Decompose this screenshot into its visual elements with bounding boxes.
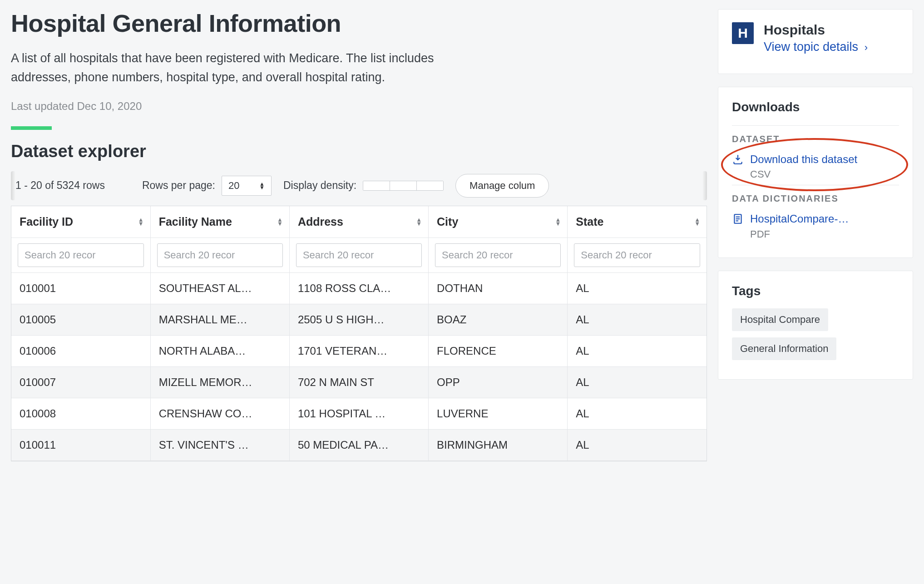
download-dataset-link[interactable]: Download this dataset	[750, 152, 899, 167]
table-cell: AL	[568, 366, 707, 398]
pagination-summary: 1 - 20 of 5324 rows	[15, 179, 105, 192]
chevron-right-icon: ›	[865, 42, 868, 53]
table-cell: 1108 ROSS CLA…	[289, 272, 428, 304]
column-search-input[interactable]	[435, 243, 561, 267]
table-cell: BOAZ	[429, 304, 568, 335]
table-cell: AL	[568, 304, 707, 335]
download-icon	[732, 153, 744, 165]
table-cell: 010006	[11, 335, 150, 366]
downloads-heading: Downloads	[732, 100, 899, 119]
density-button-group	[363, 181, 444, 191]
column-header-label: Address	[298, 215, 343, 228]
sort-icon: ▲▼	[694, 218, 700, 226]
sort-icon: ▲▼	[277, 218, 283, 226]
data-dictionary-format: PDF	[750, 228, 899, 240]
data-table-container: Facility ID▲▼Facility Name▲▼Address▲▼Cit…	[11, 206, 707, 461]
column-header[interactable]: Address▲▼	[289, 206, 428, 238]
table-cell: 1701 VETERAN…	[289, 335, 428, 366]
column-header-label: Facility ID	[20, 215, 73, 228]
download-dataset-item[interactable]: Download this dataset CSV	[732, 152, 899, 181]
table-cell: AL	[568, 429, 707, 460]
divider	[732, 125, 899, 126]
table-cell: AL	[568, 398, 707, 429]
column-search-input[interactable]	[18, 243, 144, 267]
topic-link-text: View topic details	[764, 40, 858, 54]
dictionaries-section-label: DATA DICTIONARIES	[732, 193, 899, 204]
table-cell: 50 MEDICAL PA…	[289, 429, 428, 460]
column-header[interactable]: Facility Name▲▼	[150, 206, 289, 238]
density-medium-button[interactable]	[390, 181, 417, 190]
sort-icon: ▲▼	[555, 218, 561, 226]
accent-divider	[11, 126, 52, 130]
table-row[interactable]: 010007MIZELL MEMOR…702 N MAIN STOPPAL	[11, 366, 707, 398]
table-cell: BIRMINGHAM	[429, 429, 568, 460]
topic-title: Hospitals	[764, 22, 868, 38]
table-cell: 010005	[11, 304, 150, 335]
column-search-input[interactable]	[157, 243, 283, 267]
view-topic-details-link[interactable]: View topic details ›	[764, 38, 868, 56]
table-row[interactable]: 010006NORTH ALABA…1701 VETERAN…FLORENCEA…	[11, 335, 707, 366]
data-dictionary-item[interactable]: HospitalCompare-… PDF	[732, 211, 899, 240]
column-search-input[interactable]	[296, 243, 422, 267]
table-cell: OPP	[429, 366, 568, 398]
table-row[interactable]: 010001SOUTHEAST AL…1108 ROSS CLA…DOTHANA…	[11, 272, 707, 304]
page-description: A list of all hospitals that have been r…	[11, 49, 465, 87]
column-header-label: State	[576, 215, 603, 228]
tags-card: Tags Hospital CompareGeneral Information	[718, 271, 913, 380]
page-title: Hospital General Information	[11, 9, 707, 37]
manage-columns-button[interactable]: Manage colum	[455, 174, 549, 198]
display-density-label: Display density:	[283, 179, 356, 192]
explorer-toolbar: 1 - 20 of 5324 rows Rows per page: 20 ▲▼…	[11, 174, 707, 198]
table-cell: 101 HOSPITAL …	[289, 398, 428, 429]
sort-icon: ▲▼	[416, 218, 422, 226]
density-comfortable-button[interactable]	[363, 181, 390, 190]
dataset-section-label: DATASET	[732, 134, 899, 144]
downloads-card: Downloads DATASET Download this dataset …	[718, 87, 913, 258]
density-compact-button[interactable]	[417, 181, 443, 190]
table-cell: LUVERNE	[429, 398, 568, 429]
tag[interactable]: Hospital Compare	[732, 308, 828, 331]
document-icon	[732, 213, 744, 225]
table-cell: AL	[568, 335, 707, 366]
tag[interactable]: General Information	[732, 337, 836, 360]
rows-per-page-value: 20	[228, 180, 239, 192]
table-cell: 010007	[11, 366, 150, 398]
table-row[interactable]: 010008CRENSHAW CO…101 HOSPITAL …LUVERNEA…	[11, 398, 707, 429]
table-cell: 010011	[11, 429, 150, 460]
table-cell: NORTH ALABA…	[150, 335, 289, 366]
column-header[interactable]: Facility ID▲▼	[11, 206, 150, 238]
hospital-topic-icon: H	[732, 22, 754, 44]
rows-per-page-select[interactable]: 20 ▲▼	[222, 176, 272, 196]
table-cell: CRENSHAW CO…	[150, 398, 289, 429]
table-cell: 010001	[11, 272, 150, 304]
table-cell: AL	[568, 272, 707, 304]
table-cell: 2505 U S HIGH…	[289, 304, 428, 335]
scroll-hint-left	[11, 171, 15, 200]
table-cell: 010008	[11, 398, 150, 429]
topic-card: H Hospitals View topic details ›	[718, 9, 913, 74]
data-table: Facility ID▲▼Facility Name▲▼Address▲▼Cit…	[11, 206, 707, 461]
column-header-label: Facility Name	[159, 215, 232, 228]
download-dataset-format: CSV	[750, 168, 899, 180]
data-dictionary-link[interactable]: HospitalCompare-…	[750, 211, 899, 227]
column-search-input[interactable]	[574, 243, 700, 267]
column-header[interactable]: State▲▼	[568, 206, 707, 238]
divider	[732, 185, 899, 185]
table-cell: FLORENCE	[429, 335, 568, 366]
column-header[interactable]: City▲▼	[429, 206, 568, 238]
table-cell: SOUTHEAST AL…	[150, 272, 289, 304]
table-cell: ST. VINCENT'S …	[150, 429, 289, 460]
select-arrows-icon: ▲▼	[259, 182, 265, 189]
last-updated: Last updated Dec 10, 2020	[11, 100, 707, 113]
table-row[interactable]: 010011ST. VINCENT'S …50 MEDICAL PA…BIRMI…	[11, 429, 707, 460]
table-cell: MARSHALL ME…	[150, 304, 289, 335]
table-cell: MIZELL MEMOR…	[150, 366, 289, 398]
tags-heading: Tags	[732, 284, 899, 298]
rows-per-page-label: Rows per page:	[142, 179, 215, 192]
table-cell: DOTHAN	[429, 272, 568, 304]
column-header-label: City	[437, 215, 458, 228]
explorer-heading: Dataset explorer	[11, 142, 707, 161]
table-row[interactable]: 010005MARSHALL ME…2505 U S HIGH…BOAZAL	[11, 304, 707, 335]
table-cell: 702 N MAIN ST	[289, 366, 428, 398]
sort-icon: ▲▼	[138, 218, 144, 226]
